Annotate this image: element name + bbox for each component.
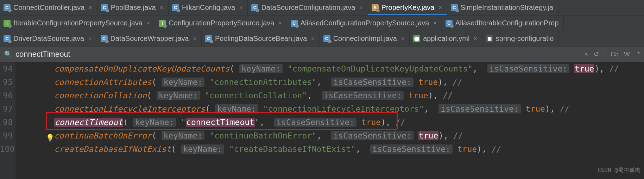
parameter-hint: isCaseSensitive: [274,118,356,127]
close-tab-icon[interactable]: × [472,36,477,42]
tab-label: DataSourceConfiguration.java [261,4,355,12]
line-number: 95 [0,75,13,89]
lock-icon [210,40,213,43]
code-line[interactable]: compensateOnDuplicateKeyUpdateCounts( ke… [15,62,644,75]
editor-tab[interactable]: CSimpleInstantiationStrategy.ja [447,0,558,15]
parameter-hint: keyName: [133,118,176,127]
lock-icon [8,24,12,28]
code-line[interactable]: continueBatchOnError( keyName: "continue… [15,129,644,142]
whole-word-toggle[interactable]: W [624,51,630,58]
boolean-literal: true [361,118,381,127]
lock-icon [328,40,332,43]
close-tab-icon[interactable]: × [310,36,314,42]
close-tab-icon[interactable]: × [159,5,163,11]
close-tab-icon[interactable]: × [400,36,404,42]
line-number: 98 [0,116,13,129]
editor-tab[interactable]: CConnectController.java× [0,0,97,15]
lock-icon [295,24,299,28]
editor-tab[interactable]: CDataSourceWrapper.java× [97,31,202,46]
tab-label: ConnectController.java [13,4,84,12]
boolean-literal: true [574,64,594,73]
editor-tab[interactable]: IIterableConfigurationPropertySource.jav… [0,16,155,31]
editor-tab[interactable]: CHikariConfig.java× [169,0,248,15]
tab-label: DataSourceWrapper.java [111,35,189,43]
enum-constant: connectionAttributes [54,78,152,87]
close-tab-icon[interactable]: × [145,20,150,26]
string-literal: "continueBatchOnError" [209,131,317,140]
code-line[interactable]: connectionLifecycleInterceptors( keyName… [15,102,644,116]
tab-label: ConfigurationPropertySource.java [169,19,274,27]
lock-icon [8,9,12,12]
search-input[interactable] [15,50,581,59]
boolean-literal: true [526,104,545,113]
interface-file-icon: I [159,20,166,27]
file-file-icon: ▦ [486,35,493,42]
boolean-literal: true [418,131,438,140]
parameter-hint: keyName: [162,78,205,87]
parameter-hint: isCaseSensitive: [438,104,521,113]
class-file-icon: C [451,4,458,11]
close-tab-icon[interactable]: × [437,5,442,11]
close-tab-icon[interactable]: × [238,5,242,11]
comment: // [492,144,501,154]
tab-label: spring-configuratio [496,35,554,43]
string-literal: "createDatabaseIfNotExist" [229,144,356,154]
yml-file-icon: ⬤ [413,35,420,42]
code-line[interactable]: connectionAttributes( keyName: "connecti… [15,75,644,89]
close-tab-icon[interactable]: × [192,36,196,42]
close-search-icon[interactable]: × [584,51,588,58]
comment: // [443,91,453,100]
editor[interactable]: 949596979899100 compensateOnDuplicateKey… [0,62,644,179]
lock-icon [8,40,12,43]
parameter-hint: isCaseSensitive: [322,91,404,100]
enum-file-icon: E [372,4,379,11]
class-file-icon: C [291,20,298,27]
lock-icon [163,24,167,28]
match-case-toggle[interactable]: Cc [611,51,618,58]
tab-label: AliasedIterableConfigurationProp [455,19,559,27]
boolean-literal: true [457,144,477,154]
tab-label: PoolingDataSourceBean.java [215,35,307,43]
interface-file-icon: I [4,20,11,27]
lock-icon [455,9,459,12]
editor-tab[interactable]: CAliasedIterableConfigurationProp [442,16,564,31]
close-tab-icon[interactable]: × [87,5,92,11]
editor-tab[interactable]: CPoolBase.java× [97,0,169,15]
editor-tab[interactable]: IConfigurationPropertySource.java× [155,16,287,31]
code-area[interactable]: compensateOnDuplicateKeyUpdateCounts( ke… [15,62,644,179]
intention-bulb-icon[interactable]: 💡 [46,131,55,144]
boolean-literal: true [409,91,428,100]
gutter: 949596979899100 [0,62,15,179]
regex-toggle[interactable]: .* [636,51,640,58]
class-file-icon: C [4,4,11,11]
lock-icon [256,9,259,12]
tab-label: AliasedConfigurationPropertySource.java [301,19,429,27]
code-line[interactable]: connectionCollation( keyName: "connectio… [15,89,644,102]
enum-constant: createDatabaseIfNotExist [54,144,171,154]
code-line[interactable]: createDatabaseIfNotExist( keyName: "crea… [15,142,644,156]
enum-constant: connectionCollation [54,91,147,100]
enum-constant: compensateOnDuplicateKeyUpdateCounts [54,64,230,73]
close-tab-icon[interactable]: × [277,20,282,26]
editor-tab[interactable]: CDriverDataSource.java× [0,31,97,46]
undo-icon[interactable]: ↺ [594,50,599,58]
editor-tab[interactable]: EPropertyKey.java× [368,0,447,15]
parameter-hint: keyName: [162,131,205,140]
close-tab-icon[interactable]: × [358,5,362,11]
editor-tab[interactable]: ▦spring-configuratio [482,31,559,46]
class-file-icon: C [323,35,330,42]
code-line[interactable]: connectTimeout( keyName: "connectTimeout… [15,116,644,129]
editor-tab[interactable]: CDataSourceConfiguration.java× [248,0,368,15]
editor-tab[interactable]: CConnectionImpl.java× [320,31,410,46]
string-literal: "connectionAttributes" [209,78,317,87]
tab-label: IterableConfigurationPropertySource.java [13,19,143,27]
close-tab-icon[interactable]: × [87,36,91,42]
tab-label: HikariConfig.java [182,4,235,12]
lock-icon [450,24,454,28]
parameter-hint: isCaseSensitive: [331,78,413,87]
tab-bar: IIterableConfigurationPropertySource.jav… [0,16,644,31]
editor-tab[interactable]: CPoolingDataSourceBean.java× [202,31,320,46]
close-tab-icon[interactable]: × [432,20,437,26]
editor-tab[interactable]: ⬤application.yml× [410,31,482,46]
editor-tab[interactable]: CAliasedConfigurationPropertySource.java… [287,16,442,31]
